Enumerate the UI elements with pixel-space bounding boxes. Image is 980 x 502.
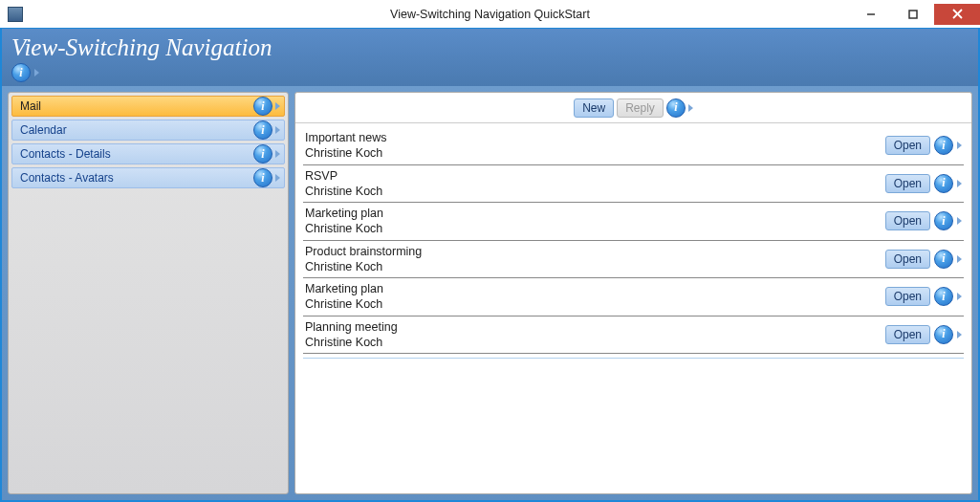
mail-list: Important newsChristine KochOpeniRSVPChr…: [295, 123, 971, 358]
chevron-right-icon: [34, 69, 39, 76]
reply-button: Reply: [617, 98, 664, 118]
sidebar-item[interactable]: Contacts - Avatarsi: [11, 167, 285, 188]
info-icon[interactable]: i: [934, 287, 953, 306]
minimize-button[interactable]: [850, 4, 892, 25]
svg-rect-1: [909, 11, 917, 18]
info-icon[interactable]: i: [934, 211, 953, 230]
mail-sender: Christine Koch: [305, 184, 885, 199]
mail-subject: RSVP: [305, 168, 885, 184]
mail-row[interactable]: Product brainstormingChristine KochOpeni: [303, 241, 964, 279]
chevron-right-icon: [957, 293, 962, 300]
chevron-right-icon: [957, 142, 962, 149]
mail-subject: Marketing plan: [305, 281, 885, 296]
close-button[interactable]: [934, 4, 980, 25]
content-area: MailiCalendariContacts - DetailsiContact…: [2, 86, 978, 500]
chevron-right-icon: [275, 102, 280, 110]
maximize-button[interactable]: [892, 4, 934, 25]
mail-subject: Product brainstorming: [305, 244, 885, 259]
mail-row[interactable]: Planning meetingChristine KochOpeni: [303, 316, 964, 355]
minimize-icon: [866, 10, 876, 19]
mail-sender: Christine Koch: [305, 296, 885, 312]
toolbar: New Reply i: [295, 93, 971, 123]
sidebar-item[interactable]: Calendari: [11, 120, 285, 141]
info-icon[interactable]: i: [253, 168, 272, 187]
chevron-right-icon: [275, 174, 280, 182]
mail-row[interactable]: Important newsChristine KochOpeni: [303, 127, 964, 165]
chevron-right-icon: [957, 331, 962, 338]
info-icon[interactable]: i: [666, 98, 686, 118]
footer-separator: [303, 358, 964, 364]
mail-sender: Christine Koch: [305, 335, 885, 350]
sidebar-item-label: Contacts - Avatars: [20, 171, 253, 185]
window-controls: [850, 4, 980, 25]
mail-sender: Christine Koch: [305, 145, 885, 161]
open-button[interactable]: Open: [885, 250, 930, 269]
chevron-right-icon: [957, 255, 962, 263]
open-button[interactable]: Open: [885, 136, 930, 155]
info-icon[interactable]: i: [253, 120, 272, 140]
chevron-right-icon: [275, 126, 280, 134]
sidebar: MailiCalendariContacts - DetailsiContact…: [8, 92, 289, 494]
open-button[interactable]: Open: [885, 287, 930, 306]
mail-row[interactable]: RSVPChristine KochOpeni: [303, 165, 964, 204]
info-icon[interactable]: i: [934, 325, 953, 344]
header: View-Switching Navigation i: [2, 29, 978, 86]
chevron-right-icon: [957, 180, 962, 187]
open-button[interactable]: Open: [885, 325, 930, 344]
mail-row[interactable]: Marketing planChristine KochOpeni: [303, 278, 964, 316]
mail-subject: Important news: [305, 130, 885, 145]
mail-subject: Marketing plan: [305, 206, 885, 221]
sidebar-item[interactable]: Contacts - Detailsi: [11, 143, 285, 164]
sidebar-item[interactable]: Maili: [11, 96, 285, 117]
info-icon[interactable]: i: [934, 174, 953, 193]
mail-subject: Planning meeting: [305, 319, 885, 335]
main-panel: New Reply i Important newsChristine Koch…: [294, 92, 972, 494]
page-title: View-Switching Navigation: [11, 34, 969, 61]
sidebar-item-label: Calendar: [20, 123, 253, 137]
info-icon[interactable]: i: [934, 250, 953, 269]
sidebar-item-label: Mail: [20, 99, 253, 113]
header-breadcrumb: i: [11, 63, 969, 82]
new-button[interactable]: New: [574, 98, 614, 118]
close-icon: [952, 9, 963, 19]
mail-sender: Christine Koch: [305, 221, 885, 236]
title-bar: View-Switching Navigation QuickStart: [0, 0, 980, 29]
info-icon[interactable]: i: [934, 136, 953, 155]
mail-sender: Christine Koch: [305, 259, 885, 274]
open-button[interactable]: Open: [885, 174, 930, 193]
chevron-right-icon: [688, 104, 693, 112]
open-button[interactable]: Open: [885, 211, 930, 230]
chevron-right-icon: [275, 150, 280, 158]
mail-row[interactable]: Marketing planChristine KochOpeni: [303, 203, 964, 241]
info-icon[interactable]: i: [253, 144, 272, 164]
chevron-right-icon: [957, 217, 962, 225]
info-icon[interactable]: i: [11, 63, 31, 82]
window-body: View-Switching Navigation i MailiCalenda…: [0, 29, 980, 502]
sidebar-item-label: Contacts - Details: [20, 147, 253, 161]
window-title: View-Switching Navigation QuickStart: [0, 8, 980, 21]
info-icon[interactable]: i: [253, 97, 272, 116]
maximize-icon: [908, 10, 918, 19]
